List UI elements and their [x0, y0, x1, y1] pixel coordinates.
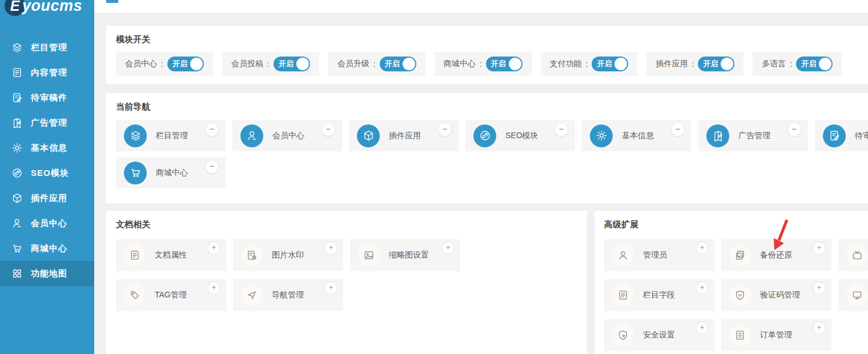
doc-item-tag[interactable]: TAG管理+ [116, 279, 226, 311]
advanced-item-field[interactable]: 栏目字段+ [604, 279, 714, 311]
sidebar-item-label: 商城中心 [31, 243, 67, 254]
advanced-item-label: 管理员 [643, 250, 667, 260]
add-to-nav-button[interactable]: + [441, 242, 455, 255]
remove-nav-item-button[interactable]: − [671, 123, 685, 136]
doc-item-watermark[interactable]: 图片水印+ [233, 239, 343, 271]
advanced-item-order[interactable]: 订单管理+ [721, 319, 831, 351]
nav-item-mall[interactable]: 商城中心− [116, 157, 226, 188]
remove-nav-item-button[interactable]: − [554, 123, 568, 136]
backup-icon [729, 244, 751, 266]
order-icon [729, 324, 751, 346]
advanced-item-captcha[interactable]: 验证码管理+ [721, 279, 831, 311]
add-to-nav-button[interactable]: + [696, 242, 709, 255]
advanced-item-label: 验证码管理 [760, 290, 800, 300]
layers-icon [11, 42, 23, 53]
nav-item-label: 待审稿件 [855, 131, 868, 141]
switch-colon: : [692, 59, 694, 69]
doc-icon [124, 244, 146, 266]
app-logo[interactable]: E youcms [5, 0, 94, 15]
nav-item-member[interactable]: 会员中心− [232, 120, 342, 151]
nav-item-ad[interactable]: 广告管理− [698, 120, 808, 151]
add-to-nav-button[interactable]: + [324, 242, 337, 255]
nav-item-label: 商城中心 [156, 168, 188, 178]
sidebar-item-column[interactable]: 栏目管理 [0, 35, 94, 60]
link-icon [473, 124, 496, 147]
advanced-item-security[interactable]: 安全设置+ [604, 319, 714, 351]
add-to-nav-button[interactable]: + [207, 242, 220, 255]
module-switch-item: 会员投稿:开启 [222, 52, 319, 76]
current-nav-title: 当前导航 [106, 93, 868, 112]
sidebar-item-map[interactable]: 功能地图 [0, 261, 94, 286]
nav-item-seo[interactable]: SEO模块− [465, 120, 575, 151]
remove-nav-item-button[interactable]: − [438, 123, 452, 136]
switch-label: 商城中心 [444, 59, 476, 69]
add-to-nav-button[interactable]: + [324, 281, 337, 295]
doc-lines-icon [612, 284, 634, 306]
sidebar-menu: 栏目管理内容管理待审稿件广告管理基本信息SEO模块插件应用会员中心商城中心功能地… [0, 35, 94, 286]
module-switch-item: 插件应用:开启 [646, 52, 744, 76]
doc-item-label: 图片水印 [272, 250, 304, 260]
add-to-nav-button[interactable]: + [696, 281, 709, 295]
add-to-nav-button[interactable]: + [696, 321, 709, 335]
toggle-knob [403, 58, 415, 70]
sidebar-item-member[interactable]: 会员中心 [0, 211, 94, 236]
sidebar-item-pending[interactable]: 待审稿件 [0, 85, 94, 110]
watermark-icon [241, 244, 263, 266]
module-switch-item: 多语言:开启 [753, 52, 842, 76]
nav-item-column[interactable]: 栏目管理− [116, 120, 226, 151]
sidebar-item-label: 会员中心 [31, 218, 67, 229]
security-icon [612, 324, 634, 346]
module-switch-item: 商城中心:开启 [435, 52, 532, 76]
toggle-switch[interactable]: 开启 [592, 57, 628, 71]
nav-arrow-icon [241, 284, 263, 306]
sidebar-item-mall[interactable]: 商城中心 [0, 236, 94, 261]
doc-item-label: 导航管理 [272, 290, 304, 300]
active-tab-indicator[interactable] [106, 0, 118, 3]
sidebar-item-plugin[interactable]: 插件应用 [0, 186, 94, 211]
toggle-switch[interactable]: 开启 [796, 57, 833, 71]
doc-item-thumb[interactable]: 缩略图设置+ [350, 239, 460, 271]
switch-label: 会员中心 [125, 59, 157, 69]
module-switch-item: 会员升级:开启 [328, 52, 425, 76]
remove-nav-item-button[interactable]: − [322, 123, 335, 136]
advanced-item-label: 安全设置 [643, 330, 675, 340]
advanced-item-tv[interactable]: + [838, 239, 868, 271]
remove-nav-item-button[interactable]: − [205, 123, 219, 136]
nav-item-basic[interactable]: 基本信息− [582, 120, 692, 151]
doc-item-label: TAG管理 [155, 290, 187, 300]
module-switch-item: 支付功能:开启 [541, 52, 638, 76]
add-to-nav-button[interactable]: + [813, 242, 826, 255]
toggle-switch[interactable]: 开启 [486, 57, 523, 71]
doc-item-nav[interactable]: 导航管理+ [233, 279, 343, 311]
remove-nav-item-button[interactable]: − [205, 160, 219, 174]
remove-nav-item-button[interactable]: − [787, 123, 801, 136]
sidebar-item-basic[interactable]: 基本信息 [0, 135, 94, 160]
advanced-item-backup[interactable]: 备份还原+ [721, 239, 831, 271]
toggle-switch[interactable]: 开启 [380, 57, 416, 71]
doc-item-label: 文档属性 [155, 250, 187, 260]
add-to-nav-button[interactable]: + [207, 281, 220, 295]
toggle-knob [614, 58, 627, 70]
topbar [94, 0, 868, 13]
advanced-item-label: 栏目字段 [643, 290, 675, 300]
cube-icon [357, 124, 380, 147]
sidebar-item-label: 内容管理 [31, 67, 67, 78]
toggle-state-label: 开启 [385, 59, 400, 69]
toggle-switch[interactable]: 开启 [274, 57, 310, 71]
link-icon [11, 167, 23, 179]
advanced-item-monitor[interactable]: + [838, 279, 868, 311]
toggle-switch[interactable]: 开启 [167, 57, 204, 71]
sidebar-item-seo[interactable]: SEO模块 [0, 160, 94, 186]
add-to-nav-button[interactable]: + [813, 281, 826, 295]
add-to-nav-button[interactable]: + [813, 321, 826, 335]
advanced-item-admin[interactable]: 管理员+ [604, 239, 714, 271]
sidebar-item-label: 基本信息 [31, 143, 67, 154]
sidebar-item-ad[interactable]: 广告管理 [0, 110, 94, 135]
doc-item-doc-attr[interactable]: 文档属性+ [116, 239, 226, 271]
toggle-switch[interactable]: 开启 [698, 57, 734, 71]
nav-item-pending[interactable]: 待审稿件− [815, 120, 868, 151]
cube-icon [11, 192, 23, 204]
nav-item-plugin[interactable]: 插件应用− [349, 120, 459, 151]
sidebar-item-content[interactable]: 内容管理 [0, 60, 94, 85]
toggle-state-label: 开启 [801, 59, 816, 69]
